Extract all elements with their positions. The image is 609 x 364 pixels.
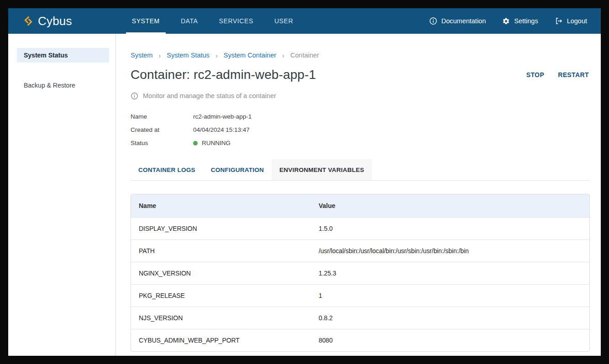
tab-container-logs[interactable]: CONTAINER LOGS (131, 159, 203, 180)
env-name: PKG_RELEASE (131, 284, 311, 307)
sidebar-item-backup-restore[interactable]: Backup & Restore (17, 78, 109, 93)
status-text: RUNNING (202, 140, 231, 146)
container-actions: STOP RESTART (525, 68, 590, 81)
sidebar-item-system-status[interactable]: System Status (17, 48, 109, 62)
header-actions: Documentation Settings L (429, 8, 587, 34)
nav-tab-user[interactable]: USER (268, 8, 299, 34)
breadcrumb-current: Container (290, 52, 319, 59)
page-subtitle: Monitor and manage the status of a conta… (131, 91, 590, 100)
env-name: PATH (131, 239, 311, 262)
table-row: NGINX_VERSION 1.25.3 (131, 262, 589, 284)
env-name: NJS_VERSION (131, 307, 311, 329)
detail-label: Name (131, 113, 193, 120)
logout-link[interactable]: Logout (555, 17, 587, 25)
settings-link[interactable]: Settings (502, 17, 538, 25)
main-nav: SYSTEM DATA SERVICES USER (126, 8, 309, 34)
status-dot-icon (193, 141, 198, 146)
tab-configuration[interactable]: CONFIGURATION (203, 159, 272, 180)
detail-row-status: Status RUNNING (131, 136, 590, 150)
documentation-label: Documentation (441, 17, 486, 25)
gear-icon (502, 17, 510, 25)
cybus-logo[interactable]: Cybus (23, 8, 72, 34)
logout-label: Logout (567, 17, 587, 25)
detail-label: Status (131, 140, 193, 146)
page-title: Container: rc2-admin-web-app-1 (131, 68, 316, 82)
nav-tab-system[interactable]: SYSTEM (126, 8, 166, 34)
env-value: 8080 (311, 329, 589, 351)
env-name: NGINX_VERSION (131, 262, 311, 284)
logout-icon (555, 17, 563, 25)
created-at-value: 04/04/2024 15:13:47 (193, 126, 250, 133)
env-value: /usr/local/sbin:/usr/local/bin:/usr/sbin… (311, 239, 589, 262)
documentation-link[interactable]: Documentation (429, 17, 486, 25)
detail-tabs: CONTAINER LOGS CONFIGURATION ENVIRONMENT… (131, 159, 590, 181)
breadcrumb: System › System Status › System Containe… (131, 51, 590, 60)
env-name: CYBUS_ADMIN_WEB_APP_PORT (131, 329, 311, 351)
detail-label: Created at (131, 126, 193, 133)
app-window: Cybus SYSTEM DATA SERVICES USER Document… (8, 8, 601, 356)
env-name: DISPLAY_VERSION (131, 217, 311, 239)
env-value: 1.25.3 (311, 262, 589, 284)
info-icon (429, 17, 437, 25)
env-value: 1.5.0 (311, 217, 589, 239)
chevron-right-icon: › (282, 52, 284, 59)
column-header-name: Name (131, 194, 311, 217)
env-variables-table: Name Value DISPLAY_VERSION 1.5.0 PATH /u… (131, 194, 590, 352)
column-header-value: Value (311, 194, 589, 217)
stop-button[interactable]: STOP (525, 68, 545, 81)
breadcrumb-link-system-container[interactable]: System Container (224, 52, 276, 59)
table-header-row: Name Value (131, 194, 589, 217)
tab-environment-variables[interactable]: ENVIRONMENT VARIABLES (272, 159, 372, 180)
restart-button[interactable]: RESTART (557, 68, 590, 81)
breadcrumb-link-system[interactable]: System (131, 52, 152, 59)
container-name-value: rc2-admin-web-app-1 (193, 113, 252, 120)
table-row: PKG_RELEASE 1 (131, 284, 589, 307)
cybus-logo-icon (23, 16, 34, 26)
table-row: NJS_VERSION 0.8.2 (131, 307, 589, 329)
logo-text: Cybus (38, 14, 72, 28)
main-content: System › System Status › System Containe… (116, 34, 601, 356)
table-row: DISPLAY_VERSION 1.5.0 (131, 217, 589, 239)
detail-row-created-at: Created at 04/04/2024 15:13:47 (131, 123, 590, 136)
sidebar: System Status Backup & Restore (8, 34, 116, 356)
nav-tab-services[interactable]: SERVICES (213, 8, 259, 34)
chevron-right-icon: › (158, 52, 161, 59)
breadcrumb-link-system-status[interactable]: System Status (167, 52, 209, 59)
table-row: PATH /usr/local/sbin:/usr/local/bin:/usr… (131, 239, 589, 262)
env-value: 0.8.2 (311, 307, 589, 329)
top-navbar: Cybus SYSTEM DATA SERVICES USER Document… (8, 8, 601, 34)
detail-row-name: Name rc2-admin-web-app-1 (131, 110, 590, 123)
container-details: Name rc2-admin-web-app-1 Created at 04/0… (131, 110, 590, 150)
chevron-right-icon: › (215, 52, 218, 59)
table-row: CYBUS_ADMIN_WEB_APP_PORT 8080 (131, 329, 589, 351)
status-badge: RUNNING (193, 140, 231, 146)
info-icon (131, 92, 138, 100)
settings-label: Settings (514, 17, 538, 25)
env-value: 1 (311, 284, 589, 307)
nav-tab-data[interactable]: DATA (175, 8, 204, 34)
subtitle-text: Monitor and manage the status of a conta… (143, 92, 276, 99)
